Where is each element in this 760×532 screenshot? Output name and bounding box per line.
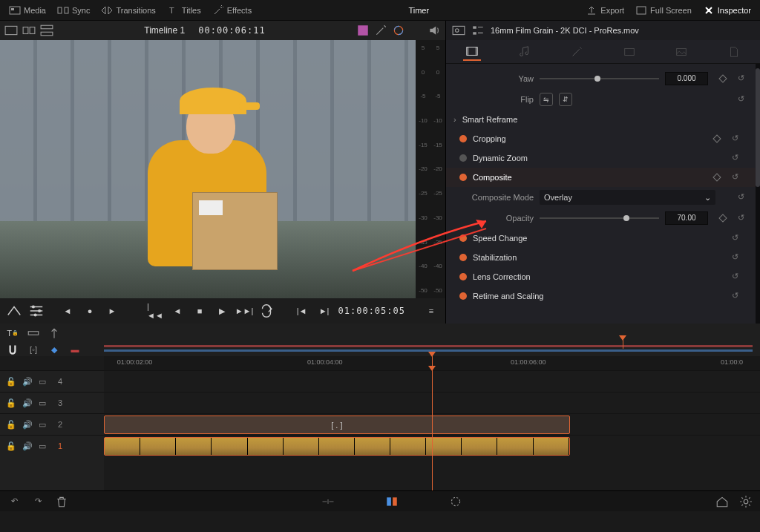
home-icon[interactable] (715, 495, 729, 508)
next-frame-icon[interactable]: ►►| (236, 303, 252, 319)
lock-icon[interactable]: 🔓 (6, 398, 16, 408)
cropping-toggle[interactable] (459, 135, 467, 142)
stabilization-section[interactable]: Stabilization ↺ (446, 248, 756, 267)
speaker-icon[interactable] (428, 24, 441, 37)
track-head-4[interactable]: 🔓🔊▭4 (0, 370, 104, 392)
lock-icon[interactable]: 🔓 (6, 377, 16, 387)
titles-button[interactable]: TTitles (163, 2, 206, 19)
lock-icon[interactable]: 🔓 (6, 420, 16, 430)
inspector-scrollbar[interactable] (756, 64, 760, 324)
viewer-timecode[interactable]: 00:00:06:11 (198, 25, 265, 36)
export-button[interactable]: Export (581, 2, 629, 19)
media-button[interactable]: Media (4, 2, 50, 19)
clip-video[interactable] (104, 437, 570, 456)
speed-change-toggle[interactable] (459, 234, 467, 242)
play-icon[interactable]: ▶ (214, 303, 230, 319)
tab-transition[interactable] (620, 43, 638, 61)
composite-toggle[interactable] (459, 174, 467, 181)
cropping-section[interactable]: Cropping ↺ (446, 129, 756, 148)
trash-icon[interactable] (55, 495, 68, 508)
tab-file[interactable] (725, 43, 743, 61)
flip-v-button[interactable]: ⇵ (559, 93, 572, 106)
undo-icon[interactable]: ↶ (7, 495, 21, 508)
composite-section[interactable]: Composite ↺ (446, 168, 756, 187)
timeline-view-1-icon[interactable] (27, 326, 40, 340)
next-clip-icon[interactable]: ►| (316, 303, 332, 319)
prev-frame-icon[interactable]: ◄ (169, 303, 186, 319)
track-toggle-icon[interactable]: ▭ (39, 398, 46, 408)
stabilization-toggle[interactable] (459, 254, 467, 261)
inspector-button[interactable]: Inspector (698, 2, 756, 19)
track-head-3[interactable]: 🔓🔊▭3 (0, 392, 104, 413)
speed-reset-icon[interactable]: ↺ (732, 233, 742, 243)
magic-wand-icon[interactable] (374, 24, 387, 37)
lens-reset-icon[interactable]: ↺ (732, 272, 742, 282)
bypass-icon[interactable] (6, 303, 22, 319)
page-cut-icon[interactable] (321, 495, 335, 508)
clip-list-icon[interactable] (471, 24, 485, 37)
link-icon[interactable]: [◦] (27, 343, 40, 356)
tab-effects[interactable] (568, 43, 586, 61)
stop-icon[interactable]: ■ (191, 303, 208, 319)
clip-grain[interactable]: [ . ] (104, 416, 570, 434)
flip-reset-icon[interactable]: ↺ (738, 94, 748, 105)
sync-button[interactable]: Sync (53, 2, 94, 19)
tab-audio[interactable] (516, 43, 534, 61)
clip-thumb-icon[interactable] (452, 24, 465, 37)
viewer-mode-1-icon[interactable] (4, 24, 18, 37)
snap-icon[interactable] (6, 343, 19, 356)
opacity-value[interactable]: 70.00 (665, 211, 708, 225)
gear-icon[interactable] (739, 495, 753, 508)
yaw-reset-icon[interactable]: ↺ (738, 73, 748, 84)
lens-correction-toggle[interactable] (459, 273, 467, 280)
yaw-slider[interactable] (540, 78, 659, 79)
timeline-view-2-icon[interactable] (48, 326, 61, 340)
tab-image[interactable] (672, 43, 690, 61)
record-icon[interactable]: ● (82, 303, 98, 319)
color-wheel-icon[interactable] (392, 24, 405, 37)
opacity-keyframe[interactable] (718, 214, 727, 222)
page-edit-icon[interactable] (385, 495, 399, 508)
composite-reset-icon[interactable]: ↺ (732, 172, 742, 183)
lens-correction-section[interactable]: Lens Correction ↺ (446, 267, 756, 286)
composite-mode-reset-icon[interactable]: ↺ (738, 192, 748, 203)
viewer-mode-2-icon[interactable] (22, 24, 36, 37)
overlay-icon-1[interactable] (356, 24, 370, 37)
stabilization-reset-icon[interactable]: ↺ (732, 252, 742, 263)
track-toggle-icon[interactable]: ▭ (39, 441, 46, 451)
timeline-body[interactable]: [ . ] (104, 370, 760, 490)
page-loading-icon[interactable] (449, 495, 462, 508)
marker-blue-icon[interactable]: ◆ (48, 343, 61, 356)
mark-in-icon[interactable]: ◄ (59, 303, 76, 319)
timeline-lock-icon[interactable]: T🔒 (6, 326, 19, 340)
speaker-icon[interactable]: 🔊 (22, 377, 33, 387)
settings-sliders-icon[interactable] (28, 303, 45, 319)
cropping-reset-icon[interactable]: ↺ (732, 134, 742, 144)
cropping-keyframe[interactable] (712, 134, 721, 142)
transport-menu-icon[interactable]: ≡ (423, 303, 439, 319)
composite-mode-dropdown[interactable]: Overlay⌄ (540, 190, 715, 205)
retime-toggle[interactable] (459, 292, 467, 300)
go-start-icon[interactable]: |◄◄ (147, 303, 163, 319)
opacity-slider[interactable] (540, 217, 659, 219)
speaker-icon[interactable]: 🔊 (22, 441, 33, 451)
lock-icon[interactable]: 🔓 (6, 441, 16, 451)
preview-area[interactable]: 50-5-10-15-20-25-30-35-40-50 50-5-10-15-… (0, 40, 445, 298)
speed-change-section[interactable]: Speed Change ↺ (446, 229, 756, 248)
smart-reframe-section[interactable]: › Smart Reframe (446, 110, 756, 129)
transitions-button[interactable]: Transitions (96, 2, 160, 19)
effects-button[interactable]: Effects (208, 2, 256, 19)
track-toggle-icon[interactable]: ▭ (39, 420, 46, 430)
dynamic-zoom-toggle[interactable] (459, 154, 467, 162)
prev-clip-icon[interactable]: |◄ (294, 303, 310, 319)
viewer-mode-3-icon[interactable] (40, 24, 53, 37)
redo-icon[interactable]: ↷ (31, 495, 45, 508)
composite-keyframe[interactable] (712, 173, 721, 181)
flip-h-button[interactable]: ⇋ (540, 93, 553, 106)
yaw-value[interactable]: 0.000 (665, 72, 708, 85)
loop-icon[interactable] (258, 303, 275, 319)
dynamic-zoom-section[interactable]: Dynamic Zoom ↺ (446, 148, 756, 168)
timeline-playhead[interactable] (432, 370, 433, 490)
dynamic-zoom-reset-icon[interactable]: ↺ (732, 153, 742, 163)
retime-section[interactable]: Retime and Scaling ↺ (446, 286, 756, 306)
